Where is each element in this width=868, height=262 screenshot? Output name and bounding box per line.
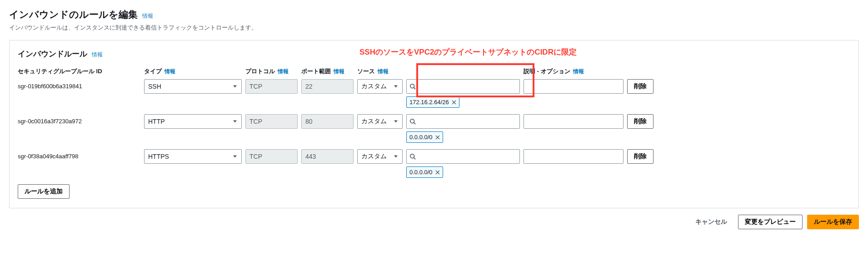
panel-title: インバウンドルール [18,49,87,59]
svg-point-0 [410,84,414,88]
th-source-info[interactable]: 情報 [378,68,389,76]
th-port: ポート範囲 [301,67,331,76]
cidr-chip: 0.0.0.0/0 [406,166,443,178]
table-row: sgr-0c0016a3f7230a972 HTTP TCP 80 カスタム 0… [18,114,850,143]
th-type-info[interactable]: 情報 [165,68,175,76]
svg-line-5 [414,123,416,125]
footer-actions: キャンセル 変更をプレビュー ルールを保存 [9,215,859,229]
port-field: 80 [301,114,354,129]
panel-info-link[interactable]: 情報 [92,51,103,59]
close-icon [452,100,456,105]
th-rule-id: セキュリティグループルール ID [18,67,102,76]
add-rule-button[interactable]: ルールを追加 [18,184,70,199]
page-subtitle: インバウンドルールは、インスタンスに到達できる着信トラフィックをコントロールしま… [9,24,859,32]
source-search-text[interactable] [418,118,517,125]
svg-line-1 [414,88,416,90]
table-header-row: セキュリティグループルール ID タイプ情報 プロトコル情報 ポート範囲情報 ソ… [18,67,850,76]
description-input[interactable] [524,79,624,94]
page-info-link[interactable]: 情報 [142,12,153,20]
port-field: 22 [301,79,354,94]
source-search-text[interactable] [418,83,517,90]
annotation-text: SSHのソースをVPC2のプライベートサブネットのCIDRに限定 [359,47,577,57]
search-icon [409,153,416,160]
source-mode-select[interactable]: カスタム [357,114,403,129]
protocol-field: TCP [245,149,298,164]
cidr-chip: 172.16.2.64/26 [406,96,459,108]
description-input[interactable] [524,149,624,164]
close-icon [435,135,440,140]
th-protocol-info[interactable]: 情報 [278,68,289,76]
th-description: 説明 - オプション [524,67,570,76]
rule-id: sgr-0f38a049c4aaff798 [18,149,140,160]
search-icon [409,118,416,125]
inbound-rules-panel: SSHのソースをVPC2のプライベートサブネットのCIDRに限定 インバウンドル… [9,40,859,208]
th-desc-info[interactable]: 情報 [573,68,584,76]
source-mode-select[interactable]: カスタム [357,149,403,164]
cidr-chip-remove[interactable] [452,100,456,105]
delete-button[interactable]: 削除 [627,149,653,164]
source-search-input[interactable] [406,149,520,164]
th-protocol: プロトコル [245,67,275,76]
cidr-chip-label: 0.0.0.0/0 [409,134,433,141]
th-source: ソース [357,67,375,76]
cancel-button[interactable]: キャンセル [689,215,733,229]
svg-point-4 [410,119,414,123]
search-icon [409,83,416,90]
port-field: 443 [301,149,354,164]
source-search-text[interactable] [418,153,517,160]
protocol-field: TCP [245,114,298,129]
source-search-input[interactable] [406,79,520,94]
rule-id: sgr-019bf600b6a319841 [18,79,140,90]
table-row: sgr-019bf600b6a319841 SSH TCP 22 カスタム 17… [18,79,850,108]
protocol-field: TCP [245,79,298,94]
type-select[interactable]: HTTPS [144,149,242,164]
cidr-chip: 0.0.0.0/0 [406,131,443,143]
th-type: タイプ [144,67,162,76]
type-select[interactable]: HTTP [144,114,242,129]
cidr-chip-remove[interactable] [435,170,440,175]
source-mode-select[interactable]: カスタム [357,79,403,94]
delete-button[interactable]: 削除 [627,114,653,129]
description-input[interactable] [524,114,624,129]
th-port-info[interactable]: 情報 [334,68,344,76]
save-button[interactable]: ルールを保存 [807,215,859,229]
type-select[interactable]: SSH [144,79,242,94]
cidr-chip-label: 0.0.0.0/0 [409,169,433,176]
svg-line-9 [414,158,416,160]
svg-point-8 [410,154,414,158]
preview-button[interactable]: 変更をプレビュー [738,215,803,229]
page-title: インバウンドのルールを編集 [9,8,138,21]
source-search-input[interactable] [406,114,520,129]
rule-id: sgr-0c0016a3f7230a972 [18,114,140,125]
cidr-chip-remove[interactable] [435,135,440,140]
table-row: sgr-0f38a049c4aaff798 HTTPS TCP 443 カスタム… [18,149,850,178]
cidr-chip-label: 172.16.2.64/26 [409,99,449,106]
delete-button[interactable]: 削除 [627,79,653,94]
close-icon [435,170,440,175]
